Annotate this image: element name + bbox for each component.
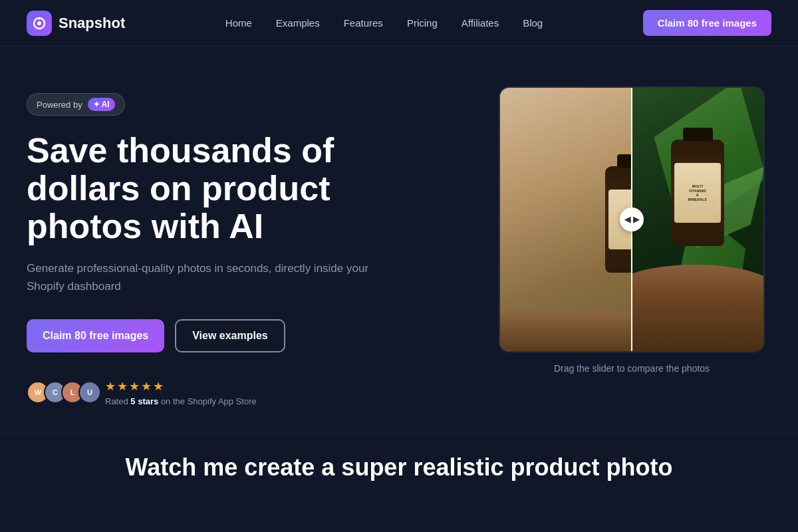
star-3: ★ <box>129 379 140 394</box>
hero-image-comparison: MULTIVITAMINS&MINERALS MULTIVITAMINS&MIN… <box>492 86 771 374</box>
nav-links: Home Examples Features Pricing Affiliate… <box>225 17 543 29</box>
hero-content: Powered by ✦ AI Save thousands of dollar… <box>27 86 379 406</box>
before-background: MULTIVITAMINS&MINERALS <box>500 88 632 351</box>
social-proof: W C L U ★ ★ ★ ★ ★ Rated 5 stars on the S… <box>27 379 379 406</box>
comparison-after: MULTIVITAMINS&MINERALS <box>632 88 763 351</box>
comparison-widget[interactable]: MULTIVITAMINS&MINERALS MULTIVITAMINS&MIN… <box>499 86 765 352</box>
hero-subtitle: Generate professional-quality photos in … <box>27 259 379 295</box>
rating-info: ★ ★ ★ ★ ★ Rated 5 stars on the Shopify A… <box>105 379 257 406</box>
star-rating: ★ ★ ★ ★ ★ <box>105 379 257 394</box>
svg-point-1 <box>37 21 41 25</box>
bottle-label-after: MULTIVITAMINS&MINERALS <box>674 163 721 223</box>
handle-arrows-icon: ◀ ▶ <box>624 215 638 224</box>
review-avatars: W C L U <box>27 381 96 404</box>
avatar-4: U <box>78 381 101 404</box>
ai-badge: ✦ AI <box>88 98 115 111</box>
logo-link[interactable]: Snapshot <box>27 11 125 36</box>
claim-images-button-hero[interactable]: Claim 80 free images <box>27 319 164 352</box>
logo-text: Snapshot <box>59 15 125 32</box>
star-2: ★ <box>117 379 128 394</box>
bottle-after: MULTIVITAMINS&MINERALS <box>671 140 724 246</box>
comparison-before: MULTIVITAMINS&MINERALS <box>500 88 632 351</box>
hero-buttons: Claim 80 free images View examples <box>27 319 379 352</box>
star-4: ★ <box>141 379 152 394</box>
nav-item-examples[interactable]: Examples <box>276 17 320 29</box>
bottle-cap-after <box>683 128 713 141</box>
bottom-title: Watch me create a super realistic produc… <box>27 454 771 481</box>
powered-by-text: Powered by <box>37 100 82 110</box>
rating-text: Rated 5 stars on the Shopify App Store <box>105 396 257 406</box>
bottle-cap-before <box>617 154 632 168</box>
nav-item-features[interactable]: Features <box>344 17 383 29</box>
svg-point-2 <box>39 17 41 19</box>
nav-item-pricing[interactable]: Pricing <box>407 17 438 29</box>
powered-by-badge: Powered by ✦ AI <box>27 93 125 116</box>
logo-icon <box>27 11 52 36</box>
claim-images-button-nav[interactable]: Claim 80 free images <box>643 10 771 36</box>
navbar: Snapshot Home Examples Features Pricing … <box>0 0 798 47</box>
comparison-caption: Drag the slider to compare the photos <box>554 363 710 374</box>
nav-item-affiliates[interactable]: Affiliates <box>462 17 499 29</box>
table-surface-left <box>500 311 632 351</box>
rating-suffix: on the Shopify App Store <box>161 396 257 406</box>
nav-item-home[interactable]: Home <box>225 17 252 29</box>
rated-label: Rated <box>105 396 128 406</box>
view-examples-button[interactable]: View examples <box>175 319 285 352</box>
star-1: ★ <box>105 379 116 394</box>
wood-stump <box>632 265 763 351</box>
label-text-after: MULTIVITAMINS&MINERALS <box>688 184 708 201</box>
bottom-section: Watch me create a super realistic produc… <box>0 433 798 501</box>
nav-item-blog[interactable]: Blog <box>523 17 543 29</box>
comparison-handle[interactable]: ◀ ▶ <box>620 207 644 231</box>
hero-title: Save thousands of dollars on product pho… <box>27 132 379 246</box>
hero-section: Powered by ✦ AI Save thousands of dollar… <box>0 47 798 433</box>
star-5: ★ <box>153 379 164 394</box>
stars-label: 5 stars <box>130 396 158 406</box>
